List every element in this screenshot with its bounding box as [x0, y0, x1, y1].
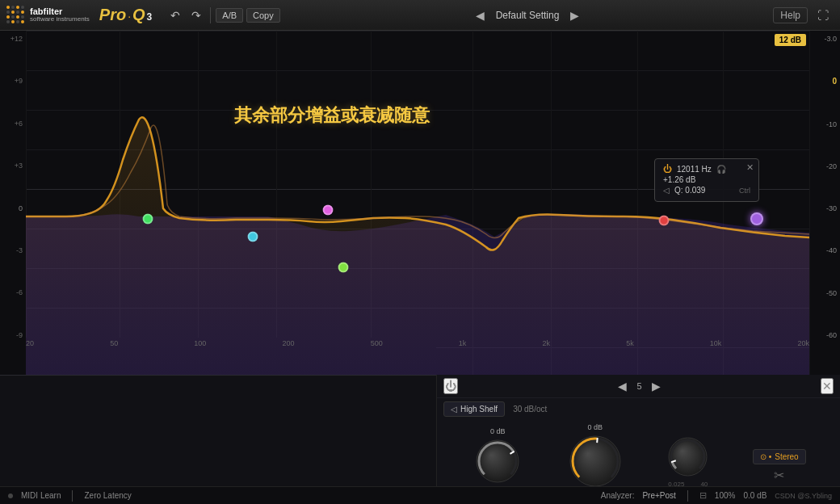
freq-label: 1k — [459, 339, 467, 347]
band-tooltip: ✕ ⏻ 12011 Hz 🎧 +1.26 dB ◁ Q: 0.039 Ctrl — [654, 158, 759, 202]
band-gain-value: +1.26 dB — [663, 175, 695, 184]
midi-dot — [8, 494, 13, 498]
logo-dot — [16, 10, 19, 14]
db-label-right-zero: 0 — [809, 78, 840, 86]
preset-next-button[interactable]: ▶ — [565, 7, 584, 23]
q-knob[interactable] — [666, 435, 710, 479]
freq-label: 50 — [110, 339, 118, 347]
band-next-button[interactable]: ▶ — [647, 378, 666, 394]
band-dot-3[interactable] — [323, 205, 334, 216]
freq-label: 500 — [371, 339, 383, 347]
preset-name: Default Setting — [496, 10, 560, 21]
copy-button[interactable]: Copy — [246, 8, 280, 23]
analyzer-value: Pre+Post — [642, 491, 675, 500]
band-dot-1[interactable] — [142, 214, 153, 225]
db-label-right: -60 — [809, 332, 840, 339]
db-label-right: -3.0 — [809, 36, 840, 43]
db-badge: 12 dB — [775, 34, 806, 46]
band-headphone-icon[interactable]: 🎧 — [716, 165, 726, 174]
stereo-section: ⊙ • Stereo ✂ — [753, 449, 806, 483]
band-dot-6[interactable] — [750, 212, 763, 225]
analyzer-label: Analyzer: — [601, 491, 635, 500]
band-tooltip-row-q: ◁ Q: 0.039 Ctrl — [663, 186, 750, 195]
logo-dot — [21, 20, 24, 23]
logo-dot — [16, 15, 19, 19]
freq-knob[interactable] — [473, 437, 522, 485]
db-label: -9 — [0, 332, 26, 339]
db-scale-right: -3.0 0 -10 -20 -30 -40 -50 -60 -70 — [809, 31, 840, 386]
freq-label: 20 — [26, 339, 34, 347]
separator — [72, 490, 73, 502]
freq-label: 2k — [542, 339, 550, 347]
band-tooltip-close[interactable]: ✕ — [746, 162, 754, 173]
band-dot-4[interactable] — [338, 262, 349, 273]
logo-dot — [6, 6, 10, 9]
band-strip-header: ⏻ ◀ 5 ▶ ✕ — [437, 375, 840, 398]
db-label-right: -40 — [809, 247, 840, 254]
db-label: -6 — [0, 289, 26, 296]
logo-dot — [11, 10, 15, 14]
freq-label: 200 — [282, 339, 294, 347]
band-type-label: High Shelf — [460, 405, 498, 414]
logo-dot — [11, 6, 15, 9]
band-freq-value: 12011 Hz — [677, 165, 712, 174]
logo-dot — [16, 6, 19, 9]
db-label: +6 — [0, 120, 26, 128]
fullscreen-button[interactable]: ⛶ — [813, 7, 834, 23]
help-button[interactable]: Help — [773, 7, 808, 23]
db-label: +12 — [0, 36, 26, 43]
logo-dot — [6, 15, 10, 19]
logo-dot — [6, 10, 10, 14]
band-dot-2[interactable] — [247, 232, 258, 242]
band-type-arrow-icon: ◁ — [451, 405, 457, 414]
freq-label: 20k — [797, 339, 809, 347]
product-version: 3 — [147, 11, 153, 23]
freq-knob-value: 0 dB — [490, 427, 506, 435]
gain-knob[interactable] — [567, 433, 624, 489]
freq-label: 100 — [194, 339, 206, 347]
freq-label: 10k — [710, 339, 722, 347]
ab-button[interactable]: A/B — [216, 8, 243, 23]
band-tooltip-row-gain: +1.26 dB — [663, 175, 750, 184]
band-power-button[interactable]: ⏻ — [443, 378, 458, 394]
db-label: -3 — [0, 247, 26, 254]
stereo-button[interactable]: ⊙ • Stereo — [753, 449, 806, 464]
db-label-right: -20 — [809, 163, 840, 170]
logo-dot — [6, 20, 10, 23]
separator — [687, 490, 688, 502]
brand-sub: software instruments — [30, 16, 90, 23]
scissors-button[interactable]: ✂ — [774, 468, 784, 483]
band-close-button[interactable]: ✕ — [821, 378, 834, 394]
band-ctrl-label: Ctrl — [739, 187, 750, 195]
band-prev-button[interactable]: ◀ — [613, 378, 632, 394]
freq-label: 5k — [626, 339, 634, 347]
band-dot-5[interactable] — [659, 216, 670, 226]
product-dot: · — [128, 10, 131, 23]
redo-button[interactable]: ↷ — [186, 6, 207, 24]
product-q: Q — [132, 6, 145, 24]
db-label-zero: 0 — [0, 205, 26, 212]
band-type-button[interactable]: ◁ High Shelf — [443, 401, 505, 417]
db-scale-left: +12 +9 +6 +3 0 -3 -6 -9 -12 — [0, 31, 26, 386]
band-slope-label: 30 dB/oct — [513, 405, 547, 414]
latency-label: Zero Latency — [84, 491, 131, 500]
midi-learn-button[interactable]: MIDI Learn — [21, 491, 61, 500]
band-power-icon: ⏻ — [663, 164, 672, 174]
product-logo: Pro · Q 3 — [99, 6, 152, 24]
band-tooltip-row-freq: ⏻ 12011 Hz 🎧 — [663, 164, 750, 174]
band-type-row: ◁ High Shelf 30 dB/oct — [437, 398, 840, 420]
preset-prev-button[interactable]: ◀ — [471, 7, 489, 23]
topbar: fabfilter software instruments Pro · Q 3… — [0, 0, 840, 31]
undo-button[interactable]: ↶ — [165, 6, 186, 24]
db-readout: 0.0 dB — [743, 491, 766, 500]
db-label-right: -30 — [809, 205, 840, 212]
band-strip: ⏻ ◀ 5 ▶ ✕ ◁ High Shelf 30 dB/oct 0 dB 10… — [436, 375, 840, 486]
logo-dot — [11, 15, 15, 19]
annotation-text: 其余部分增益或衰减随意 — [234, 103, 430, 128]
logo-grid — [6, 6, 25, 24]
stereo-label: Stereo — [775, 452, 798, 461]
band-number-nav: ◀ 5 ▶ — [613, 378, 665, 394]
db-label-right: -10 — [809, 121, 840, 128]
watermark: CSDN @S.Ybling — [775, 492, 832, 500]
band-number: 5 — [636, 381, 641, 391]
